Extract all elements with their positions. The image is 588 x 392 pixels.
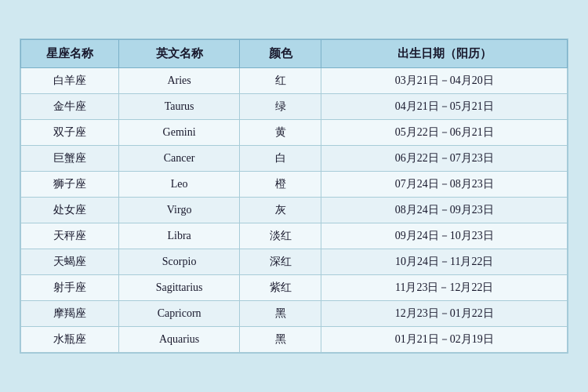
cell-english: Cancer [119, 146, 239, 172]
table-row: 摩羯座Capricorn黑12月23日－01月22日 [21, 301, 568, 327]
cell-chinese: 天蝎座 [21, 249, 119, 275]
cell-color: 黑 [239, 301, 321, 327]
cell-color: 红 [239, 68, 321, 94]
cell-english: Sagittarius [119, 275, 239, 301]
zodiac-table: 星座名称 英文名称 颜色 出生日期（阳历） 白羊座Aries红03月21日－04… [20, 39, 568, 353]
cell-color: 紫红 [239, 275, 321, 301]
cell-english: Leo [119, 172, 239, 198]
cell-date: 07月24日－08月23日 [321, 172, 568, 198]
cell-date: 05月22日－06月21日 [321, 120, 568, 146]
table-row: 双子座Gemini黄05月22日－06月21日 [21, 120, 568, 146]
cell-chinese: 水瓶座 [21, 327, 119, 353]
cell-date: 11月23日－12月22日 [321, 275, 568, 301]
cell-date: 10月24日－11月22日 [321, 249, 568, 275]
cell-chinese: 天秤座 [21, 223, 119, 249]
cell-english: Aquarius [119, 327, 239, 353]
header-birth-date: 出生日期（阳历） [321, 40, 568, 68]
cell-color: 灰 [239, 198, 321, 223]
cell-date: 04月21日－05月21日 [321, 94, 568, 120]
header-chinese-name: 星座名称 [21, 40, 119, 68]
cell-date: 01月21日－02月19日 [321, 327, 568, 353]
cell-chinese: 摩羯座 [21, 301, 119, 327]
table-row: 天秤座Libra淡红09月24日－10月23日 [21, 223, 568, 249]
cell-color: 深红 [239, 249, 321, 275]
cell-chinese: 射手座 [21, 275, 119, 301]
cell-english: Capricorn [119, 301, 239, 327]
zodiac-table-container: 星座名称 英文名称 颜色 出生日期（阳历） 白羊座Aries红03月21日－04… [20, 38, 568, 354]
cell-chinese: 金牛座 [21, 94, 119, 120]
table-row: 处女座Virgo灰08月24日－09月23日 [21, 198, 568, 223]
cell-color: 黄 [239, 120, 321, 146]
cell-color: 绿 [239, 94, 321, 120]
cell-chinese: 巨蟹座 [21, 146, 119, 172]
table-row: 射手座Sagittarius紫红11月23日－12月22日 [21, 275, 568, 301]
cell-date: 08月24日－09月23日 [321, 198, 568, 223]
cell-color: 橙 [239, 172, 321, 198]
cell-chinese: 白羊座 [21, 68, 119, 94]
cell-date: 12月23日－01月22日 [321, 301, 568, 327]
cell-english: Libra [119, 223, 239, 249]
cell-date: 06月22日－07月23日 [321, 146, 568, 172]
table-row: 白羊座Aries红03月21日－04月20日 [21, 68, 568, 94]
cell-color: 淡红 [239, 223, 321, 249]
table-row: 狮子座Leo橙07月24日－08月23日 [21, 172, 568, 198]
cell-english: Gemini [119, 120, 239, 146]
cell-chinese: 双子座 [21, 120, 119, 146]
table-row: 巨蟹座Cancer白06月22日－07月23日 [21, 146, 568, 172]
cell-chinese: 处女座 [21, 198, 119, 223]
cell-color: 黑 [239, 327, 321, 353]
table-row: 金牛座Taurus绿04月21日－05月21日 [21, 94, 568, 120]
cell-english: Aries [119, 68, 239, 94]
cell-english: Taurus [119, 94, 239, 120]
table-row: 水瓶座Aquarius黑01月21日－02月19日 [21, 327, 568, 353]
cell-english: Scorpio [119, 249, 239, 275]
table-row: 天蝎座Scorpio深红10月24日－11月22日 [21, 249, 568, 275]
table-header-row: 星座名称 英文名称 颜色 出生日期（阳历） [21, 40, 568, 68]
cell-english: Virgo [119, 198, 239, 223]
cell-date: 03月21日－04月20日 [321, 68, 568, 94]
cell-date: 09月24日－10月23日 [321, 223, 568, 249]
header-color: 颜色 [239, 40, 321, 68]
cell-color: 白 [239, 146, 321, 172]
cell-chinese: 狮子座 [21, 172, 119, 198]
header-english-name: 英文名称 [119, 40, 239, 68]
